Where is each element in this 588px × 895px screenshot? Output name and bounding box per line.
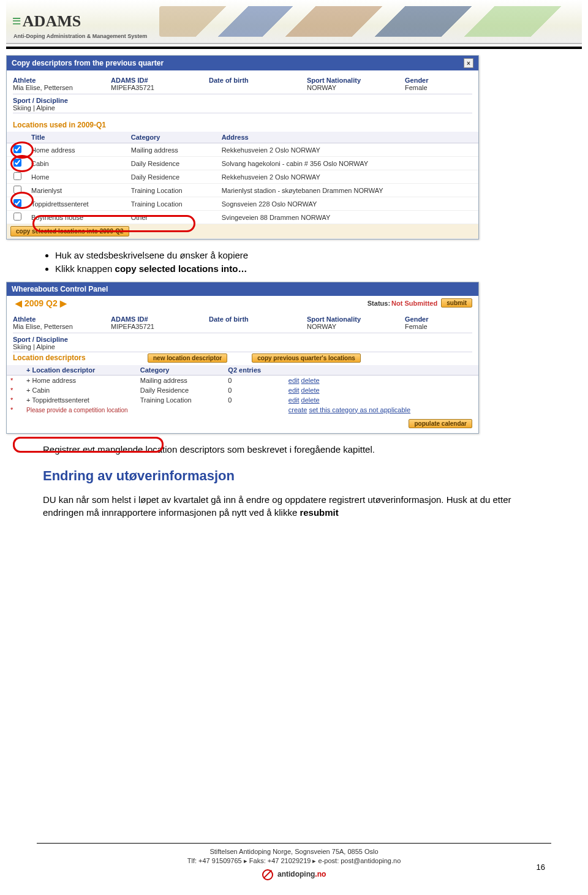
gender-label: Gender bbox=[405, 77, 472, 84]
paragraph: Registrer evt manglende location descrip… bbox=[43, 444, 551, 519]
gender-value: Female bbox=[405, 84, 472, 91]
dob-label: Date of birth bbox=[209, 77, 307, 84]
footer-logo: antidoping.no bbox=[0, 869, 588, 880]
adamsid-value: MIPEFA35721 bbox=[111, 84, 209, 91]
populate-calendar-button[interactable]: populate calendar bbox=[409, 419, 472, 428]
athlete-label: Athlete bbox=[13, 77, 111, 84]
copy-descriptors-panel: Copy descriptors from the previous quart… bbox=[6, 55, 479, 240]
row-address: Rekkehusveien 2 Oslo NORWAY bbox=[218, 143, 478, 157]
para-text: Registrer evt manglende location descrip… bbox=[43, 444, 551, 456]
table-row: Boyfriends houseOtherSvingeveien 88 Dram… bbox=[7, 211, 478, 224]
delete-link[interactable]: delete bbox=[301, 387, 320, 394]
adams-logo: ≡ ADAMS bbox=[12, 12, 81, 31]
athlete-name: Mia Elise, Pettersen bbox=[13, 84, 111, 91]
table-row: *+ CabinDaily Residence0edit delete bbox=[7, 385, 478, 395]
banner-decoration bbox=[159, 6, 576, 37]
table-row: *+ ToppidrettssenteretTraining Location0… bbox=[7, 395, 478, 405]
location-descriptors-title: Location descriptors bbox=[13, 353, 123, 362]
submit-button[interactable]: submit bbox=[441, 298, 472, 308]
row-checkbox[interactable] bbox=[13, 159, 21, 167]
locations-section-title: Locations used in 2009-Q1 bbox=[7, 115, 478, 132]
row-category: Daily Residence bbox=[137, 385, 225, 395]
row-title: Home address bbox=[28, 143, 127, 157]
athlete-label: Athlete bbox=[13, 315, 111, 323]
descriptors-table: + Location descriptor Category Q2 entrie… bbox=[7, 365, 478, 415]
edit-link[interactable]: edit bbox=[288, 396, 300, 404]
delete-link[interactable]: delete bbox=[301, 396, 320, 404]
row-entries: 0 bbox=[224, 375, 284, 385]
row-descriptor[interactable]: + Home address bbox=[23, 375, 137, 385]
col-category: Category bbox=[127, 132, 218, 143]
row-descriptor[interactable]: + Cabin bbox=[23, 385, 137, 395]
panel-title-bar: Copy descriptors from the previous quart… bbox=[7, 56, 478, 70]
col-title: Title bbox=[28, 132, 127, 143]
row-title: Cabin bbox=[28, 157, 127, 170]
sport-value: Skiing | Alpine bbox=[13, 104, 472, 111]
nationality-label: Sport Nationality bbox=[307, 77, 405, 84]
row-category: Other bbox=[127, 211, 218, 224]
copy-locations-button[interactable]: copy selected locations into 2009-Q2 bbox=[10, 226, 129, 236]
adamsid-label: ADAMS ID# bbox=[111, 315, 209, 323]
para-text: DU kan når som helst i løpet av kvartale… bbox=[43, 494, 551, 519]
create-link[interactable]: create bbox=[288, 406, 307, 414]
nationality-value: NORWAY bbox=[307, 84, 405, 91]
row-category: Training Location bbox=[127, 184, 218, 197]
sport-label: Sport / Discipline bbox=[13, 97, 472, 104]
page-number: 16 bbox=[537, 863, 545, 872]
edit-link[interactable]: edit bbox=[288, 387, 300, 394]
row-checkbox[interactable] bbox=[13, 213, 21, 221]
list-item: Klikk knappen copy selected locations in… bbox=[55, 263, 551, 275]
row-category: Training Location bbox=[127, 197, 218, 211]
row-title: Toppidrettssenteret bbox=[28, 197, 127, 211]
whereabouts-panel: Whereabouts Control Panel ◀ 2009 Q2 ▶ St… bbox=[6, 282, 479, 434]
close-icon[interactable]: × bbox=[464, 58, 473, 68]
section-heading: Endring av utøverinformasjon bbox=[43, 467, 551, 485]
panel-title: Copy descriptors from the previous quart… bbox=[12, 59, 164, 67]
row-title: Home bbox=[28, 170, 127, 184]
table-row: HomeDaily ResidenceRekkehusveien 2 Oslo … bbox=[7, 170, 478, 184]
row-checkbox[interactable] bbox=[13, 186, 21, 194]
copy-previous-quarter-button[interactable]: copy previous quarter's locations bbox=[252, 353, 361, 363]
row-descriptor[interactable]: + Toppidrettssenteret bbox=[23, 395, 137, 405]
status-label: Status: bbox=[368, 300, 390, 307]
new-location-descriptor-button[interactable]: new location descriptor bbox=[148, 353, 227, 363]
tagline: Anti-Doping Administration & Management … bbox=[13, 33, 147, 39]
row-category: Daily Residence bbox=[127, 157, 218, 170]
row-address: Rekkehusveien 2 Oslo NORWAY bbox=[218, 170, 478, 184]
row-category: Mailing address bbox=[127, 143, 218, 157]
edit-link[interactable]: edit bbox=[288, 377, 300, 384]
footer-line1: Stiftelsen Antidoping Norge, Sognsveien … bbox=[0, 847, 588, 856]
row-title: Marienlyst bbox=[28, 184, 127, 197]
row-checkbox[interactable] bbox=[13, 199, 21, 207]
row-category: Training Location bbox=[137, 395, 225, 405]
row-entries: 0 bbox=[224, 385, 284, 395]
panel-title-bar: Whereabouts Control Panel bbox=[7, 282, 478, 296]
col-entries: Q2 entries bbox=[224, 365, 284, 376]
col-descriptor: + Location descriptor bbox=[23, 365, 137, 376]
adamsid-label: ADAMS ID# bbox=[111, 77, 209, 84]
instruction-list: Huk av stedsbeskrivelsene du ønsker å ko… bbox=[43, 249, 551, 276]
page-footer: Stiftelsen Antidoping Norge, Sognsveien … bbox=[0, 843, 588, 880]
table-row: CabinDaily ResidenceSolvang hagekoloni -… bbox=[7, 157, 478, 170]
row-address: Marienlyst stadion - skøytebanen Drammen… bbox=[218, 184, 478, 197]
sport-value: Skiing | Alpine bbox=[13, 343, 472, 350]
sport-label: Sport / Discipline bbox=[13, 336, 472, 343]
table-row: MarienlystTraining LocationMarienlyst st… bbox=[7, 184, 478, 197]
adamsid-value: MIPEFA35721 bbox=[111, 323, 209, 330]
row-address: Sognsveien 228 Oslo NORWAY bbox=[218, 197, 478, 211]
locations-table: Title Category Address Home addressMaili… bbox=[7, 132, 478, 239]
nationality-label: Sport Nationality bbox=[307, 315, 405, 323]
row-checkbox[interactable] bbox=[13, 172, 21, 180]
prev-quarter-icon[interactable]: ◀ bbox=[13, 298, 24, 308]
footer-line2: Tlf: +47 91509765 ▸ Faks: +47 21029219 ▸… bbox=[0, 856, 588, 866]
competition-warning: Please provide a competition location bbox=[26, 407, 128, 414]
next-quarter-icon[interactable]: ▶ bbox=[58, 298, 69, 308]
row-category: Mailing address bbox=[137, 375, 225, 385]
set-not-applicable-link[interactable]: set this category as not applicable bbox=[309, 406, 410, 414]
row-checkbox[interactable] bbox=[13, 145, 21, 153]
row-title: Boyfriends house bbox=[28, 211, 127, 224]
row-category: Daily Residence bbox=[127, 170, 218, 184]
panel-title: Whereabouts Control Panel bbox=[12, 285, 108, 293]
delete-link[interactable]: delete bbox=[301, 377, 320, 384]
row-address: Svingeveien 88 Drammen NORWAY bbox=[218, 211, 478, 224]
